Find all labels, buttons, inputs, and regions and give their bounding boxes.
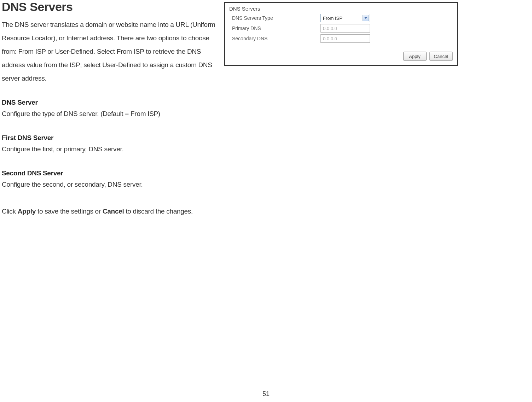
- final-cancel-word: Cancel: [103, 208, 124, 215]
- input-placeholder: 0.0.0.0: [323, 26, 337, 31]
- select-dns-type[interactable]: From ISP: [320, 14, 370, 22]
- dns-settings-panel: DNS Servers DNS Servers Type From ISP Pr…: [224, 2, 458, 66]
- input-placeholder: 0.0.0.0: [323, 36, 337, 41]
- input-secondary-dns[interactable]: 0.0.0.0: [320, 34, 370, 43]
- intro-paragraph: The DNS server translates a domain or we…: [2, 18, 219, 85]
- chevron-down-icon[interactable]: [363, 15, 369, 21]
- label-primary-dns: Primary DNS: [232, 25, 320, 31]
- section-desc-second-dns: Configure the second, or secondary, DNS …: [2, 178, 219, 191]
- section-heading-first-dns: First DNS Server: [2, 134, 219, 142]
- final-mid: to save the settings or: [36, 208, 103, 215]
- apply-button[interactable]: Apply: [403, 52, 427, 61]
- content-column: DNS Servers The DNS server translates a …: [0, 0, 219, 218]
- page-title: DNS Servers: [2, 0, 219, 14]
- panel-title: DNS Servers: [229, 6, 453, 12]
- row-dns-servers-type: DNS Servers Type From ISP: [229, 14, 453, 22]
- final-pre: Click: [2, 208, 18, 215]
- panel-button-row: Apply Cancel: [403, 52, 453, 61]
- final-note: Click Apply to save the settings or Canc…: [2, 205, 219, 218]
- panel-inner: DNS Servers DNS Servers Type From ISP Pr…: [225, 3, 457, 47]
- select-value: From ISP: [323, 16, 342, 21]
- section-heading-dns-server: DNS Server: [2, 99, 219, 106]
- label-secondary-dns: Secondary DNS: [232, 36, 320, 41]
- final-post: to discard the changes.: [124, 208, 193, 215]
- label-dns-servers-type: DNS Servers Type: [232, 15, 320, 21]
- section-desc-first-dns: Configure the first, or primary, DNS ser…: [2, 142, 219, 156]
- final-apply-word: Apply: [18, 208, 36, 215]
- section-heading-second-dns: Second DNS Server: [2, 169, 219, 177]
- row-secondary-dns: Secondary DNS 0.0.0.0: [229, 34, 453, 43]
- page-number: 51: [262, 390, 270, 398]
- row-primary-dns: Primary DNS 0.0.0.0: [229, 24, 453, 33]
- input-primary-dns[interactable]: 0.0.0.0: [320, 24, 370, 33]
- section-desc-dns-server: Configure the type of DNS server. (Defau…: [2, 107, 219, 121]
- cancel-button[interactable]: Cancel: [429, 52, 453, 61]
